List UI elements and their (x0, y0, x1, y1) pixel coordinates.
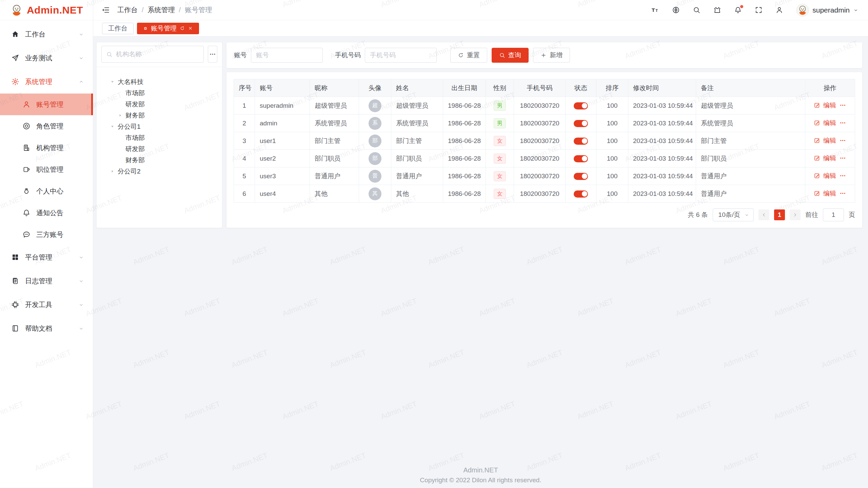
chevron-right-icon (792, 212, 798, 218)
column-header: 姓名 (391, 79, 443, 97)
ellipsis-icon[interactable] (839, 172, 846, 179)
tab-1[interactable]: 账号管理 (137, 23, 199, 34)
account-icon[interactable] (775, 6, 783, 14)
search-icon[interactable] (693, 6, 701, 14)
sidebar-subitem-2-0[interactable]: 账号管理 (0, 94, 93, 115)
row-actions: 编辑 (814, 189, 846, 198)
sidebar-subitem-2-6[interactable]: 三方账号 (0, 224, 93, 245)
sidebar-subitem-2-5[interactable]: 通知公告 (0, 202, 93, 224)
edit-button[interactable]: 编辑 (823, 189, 836, 198)
gender-badge: 女 (494, 136, 506, 146)
status-toggle[interactable] (574, 120, 588, 127)
org-search-input[interactable] (116, 50, 199, 58)
notification-icon[interactable] (734, 6, 742, 14)
edit-icon[interactable] (814, 190, 820, 197)
account-input[interactable] (251, 48, 323, 63)
edit-button[interactable]: 编辑 (823, 119, 836, 127)
ellipsis-icon[interactable] (839, 190, 846, 197)
edit-button[interactable]: 编辑 (823, 136, 836, 145)
sidebar-item-3[interactable]: 平台管理 (0, 245, 93, 269)
footer-copyright: Copyright © 2022 Dilon All rights reserv… (93, 476, 868, 484)
tree-node[interactable]: 大名科技 (101, 76, 217, 87)
sidebar-item-6[interactable]: 帮助文档 (0, 317, 93, 340)
language-icon[interactable] (672, 6, 680, 14)
avatar: 系 (369, 117, 381, 130)
cell-avatar: 普 (359, 167, 391, 185)
tree-node[interactable]: 研发部 (101, 99, 217, 110)
org-search-box (101, 46, 204, 63)
tree-node[interactable]: 财务部 (101, 110, 217, 121)
font-size-icon[interactable]: TT (651, 6, 659, 14)
edit-icon[interactable] (814, 137, 820, 144)
prev-page-button[interactable] (758, 209, 769, 220)
status-toggle[interactable] (574, 155, 588, 162)
cell-ops: 编辑 (805, 132, 855, 150)
reset-button[interactable]: 重置 (450, 48, 487, 63)
page-1-button[interactable]: 1 (774, 209, 785, 220)
edit-button[interactable]: 编辑 (823, 171, 836, 180)
add-button[interactable]: 新增 (533, 48, 570, 63)
tree-node[interactable]: 市场部 (101, 87, 217, 99)
goto-page-input[interactable] (823, 208, 844, 221)
cell-nickname: 系统管理员 (310, 115, 359, 132)
ellipsis-icon[interactable] (839, 102, 846, 109)
tree-node[interactable]: 市场部 (101, 132, 217, 143)
sidebar-subitem-2-3[interactable]: 职位管理 (0, 159, 93, 180)
caret-right-icon[interactable] (110, 169, 118, 174)
status-toggle[interactable] (574, 173, 588, 180)
ellipsis-icon[interactable] (839, 137, 846, 144)
tree-node[interactable]: 分公司2 (101, 166, 217, 177)
sidebar-subitem-2-2[interactable]: 机构管理 (0, 137, 93, 159)
caret-down-icon[interactable] (110, 124, 118, 129)
sidebar-item-5[interactable]: 开发工具 (0, 293, 93, 317)
sidebar-item-1[interactable]: 业务测试 (0, 46, 93, 70)
user-menu[interactable]: superadmin (796, 4, 859, 17)
sidebar-item-0[interactable]: 工作台 (0, 22, 93, 46)
tab-0[interactable]: 工作台 (102, 23, 134, 34)
edit-button[interactable]: 编辑 (823, 101, 836, 110)
ellipsis-icon[interactable] (839, 119, 846, 126)
fullscreen-icon[interactable] (755, 6, 763, 14)
tree-node-label: 财务部 (125, 111, 145, 120)
status-toggle[interactable] (574, 102, 588, 109)
next-page-button[interactable] (790, 209, 801, 220)
user-avatar[interactable] (796, 4, 809, 17)
page-size-select[interactable]: 10条/页 (713, 208, 754, 221)
edit-icon[interactable] (814, 120, 820, 126)
edit-button[interactable]: 编辑 (823, 154, 836, 163)
avatar: 普 (369, 170, 381, 183)
tree-node[interactable]: 财务部 (101, 155, 217, 166)
sidebar: Admin.NET 工作台业务测试系统管理账号管理角色管理机构管理职位管理个人中… (0, 0, 93, 488)
tab-label: 工作台 (108, 24, 127, 33)
close-icon[interactable] (188, 26, 193, 31)
sidebar-subitem-2-1[interactable]: 角色管理 (0, 115, 93, 137)
edit-icon[interactable] (814, 172, 820, 179)
main-area: 工作台 / 系统管理 / 账号管理 TT superadmin 工作台账号管理 (93, 0, 868, 488)
cell-gender: 女 (486, 167, 514, 185)
sidebar-subitem-2-4[interactable]: 个人中心 (0, 180, 93, 202)
breadcrumb-item[interactable]: 工作台 (117, 5, 138, 15)
breadcrumb-item[interactable]: 系统管理 (148, 5, 175, 15)
tree-node[interactable]: 分公司1 (101, 121, 217, 132)
caret-right-icon[interactable] (118, 113, 125, 118)
sidebar-collapse-icon[interactable] (101, 6, 110, 14)
cell-sort: 100 (596, 167, 628, 185)
table-row: 5user3普通用户普普通用户1986-06-28女18020030720100… (234, 167, 855, 185)
page-content: 大名科技市场部研发部财务部分公司1市场部研发部财务部分公司2 账号 手机号码 重… (93, 37, 868, 488)
search-button[interactable]: 查询 (492, 48, 529, 63)
status-toggle[interactable] (574, 190, 588, 198)
theme-icon[interactable] (713, 6, 721, 14)
tree-node[interactable]: 研发部 (101, 143, 217, 155)
ellipsis-icon[interactable] (839, 155, 846, 162)
status-toggle[interactable] (574, 138, 588, 145)
sidebar-item-4[interactable]: 日志管理 (0, 269, 93, 293)
tree-more-button[interactable] (208, 46, 217, 63)
cell-account: user1 (255, 132, 310, 150)
caret-down-icon[interactable] (110, 80, 118, 84)
edit-icon[interactable] (814, 155, 820, 161)
refresh-icon[interactable] (180, 26, 185, 31)
accounts-table: 序号账号昵称头像姓名出生日期性别手机号码状态排序修改时间备注操作1superad… (234, 79, 855, 203)
sidebar-item-2[interactable]: 系统管理 (0, 70, 93, 94)
phone-input[interactable] (365, 48, 437, 63)
edit-icon[interactable] (814, 102, 820, 108)
